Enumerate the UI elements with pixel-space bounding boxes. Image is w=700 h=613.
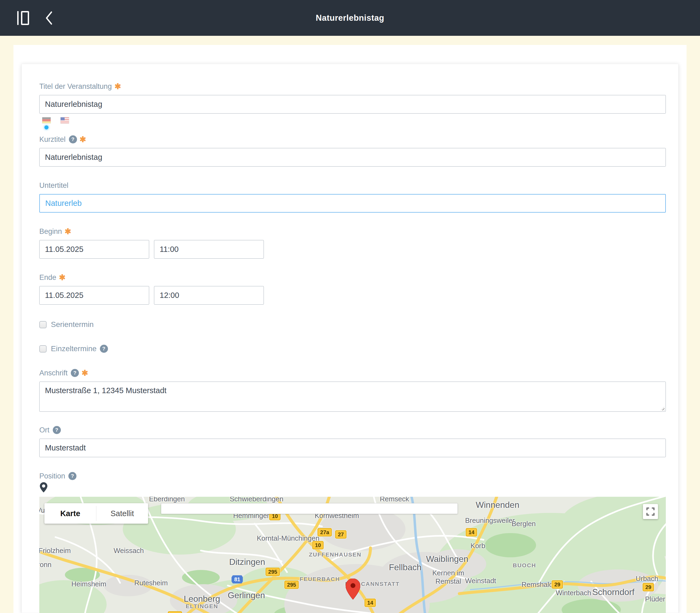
map-marker-pin[interactable]: [346, 578, 360, 601]
beginn-label: Beginn: [39, 227, 62, 236]
map-label: BUOCH: [513, 562, 536, 569]
titel-input[interactable]: [39, 95, 666, 114]
map-label: ZUFFENHAUSEN: [309, 551, 361, 558]
map-label: Berglen: [511, 520, 536, 528]
map-label: 29: [642, 583, 654, 591]
map-label: Schwieberdingen: [230, 497, 283, 503]
map-label: Remseck: [380, 497, 409, 503]
map-label: Winnenden: [476, 500, 519, 510]
map-type-control: Karte Satellit: [44, 503, 148, 524]
map-label: Ditzingen: [229, 557, 265, 567]
map-search-input[interactable]: [161, 503, 458, 514]
form-card: Titel der Veranstaltung ✱ Kurztitel ?: [22, 64, 678, 613]
map-label: Weissach: [114, 547, 144, 555]
map-label: Gerlingen: [228, 590, 265, 600]
titel-label: Titel der Veranstaltung: [39, 82, 112, 91]
map-label: 10: [312, 541, 323, 549]
map-label: 27a: [317, 528, 332, 537]
header-bar: Naturerlebnistag: [0, 0, 700, 36]
help-icon[interactable]: ?: [100, 345, 108, 353]
map-label: Breuningsweiler: [465, 517, 515, 525]
untertitel-label: Untertitel: [39, 181, 68, 190]
map-label: ELTINGEN: [186, 603, 218, 610]
field-kurztitel: Kurztitel ? ✱: [39, 135, 666, 167]
field-untertitel: Untertitel: [39, 181, 666, 212]
required-asterisk: ✱: [114, 83, 121, 90]
field-ort: Ort ?: [39, 426, 666, 457]
page-title: Naturerlebnistag: [0, 0, 700, 36]
map-label: 295: [266, 568, 280, 576]
field-ende: Ende ✱: [39, 273, 666, 304]
map-label: Vu: [39, 506, 45, 514]
map-label: 295: [284, 581, 298, 589]
kurztitel-label: Kurztitel: [39, 135, 66, 144]
untertitel-input[interactable]: [39, 194, 666, 212]
language-switcher: [42, 117, 666, 123]
map-label: Urbach: [636, 575, 658, 583]
us-flag-icon[interactable]: [60, 117, 69, 123]
required-asterisk: ✱: [59, 274, 65, 282]
serientermin-checkbox[interactable]: [39, 321, 47, 328]
map-label: Plüderhausen: [645, 595, 666, 603]
help-icon[interactable]: ?: [69, 135, 77, 143]
map-label: Leonberg: [183, 594, 220, 604]
einzeltermine-label: Einzeltermine: [51, 344, 97, 353]
map-label: 29: [552, 581, 563, 589]
help-icon[interactable]: ?: [71, 369, 79, 377]
active-language-dot: [44, 126, 49, 129]
map-label: Rutesheim: [134, 579, 168, 587]
ende-time-input[interactable]: [154, 286, 264, 304]
german-flag-icon[interactable]: [42, 117, 51, 123]
map-label: Kernen im Remstal: [432, 569, 464, 586]
einzeltermine-row[interactable]: Einzeltermine ?: [39, 344, 666, 353]
help-icon[interactable]: ?: [53, 426, 61, 434]
position-label: Position: [39, 472, 65, 480]
event-form: Titel der Veranstaltung ✱ Kurztitel ?: [39, 82, 666, 613]
map-label: Heimsheim: [71, 580, 106, 588]
map-view-button[interactable]: Karte: [44, 503, 96, 524]
required-asterisk: ✱: [81, 369, 88, 377]
map-canvas[interactable]: EberdingenSchwieberdingenRemseckWinnende…: [39, 497, 666, 613]
map-label: 81: [231, 575, 243, 584]
map-label: Schorndorf: [592, 587, 635, 597]
map-label: Korb: [471, 542, 485, 550]
kurztitel-input[interactable]: [39, 148, 666, 167]
map-label: Winterbach: [556, 589, 591, 597]
anschrift-textarea[interactable]: Musterstraße 1, 12345 Musterstadt: [39, 381, 666, 412]
ende-date-input[interactable]: [39, 286, 149, 304]
us-flag-canton: [61, 117, 65, 120]
serientermin-row[interactable]: Serientermin: [39, 320, 666, 329]
map-label: Friolzheim: [39, 547, 71, 555]
map-label: Eberdingen: [149, 497, 185, 503]
beginn-date-input[interactable]: [39, 240, 149, 259]
fullscreen-button[interactable]: [643, 504, 658, 519]
field-beginn: Beginn ✱: [39, 227, 666, 259]
einzeltermine-checkbox[interactable]: [39, 345, 47, 353]
ort-label: Ort: [39, 426, 50, 434]
map-label: bronn: [39, 561, 51, 569]
serientermin-label: Serientermin: [51, 320, 94, 329]
app-screen: Naturerlebnistag Titel der Veranstaltung…: [0, 0, 700, 613]
ende-label: Ende: [39, 273, 56, 282]
map-label: Fellbach: [389, 562, 422, 572]
required-asterisk: ✱: [65, 228, 71, 235]
map-label: 14: [466, 528, 477, 537]
field-anschrift: Anschrift ? ✱ Musterstraße 1, 12345 Must…: [39, 368, 666, 413]
ort-input[interactable]: [39, 439, 666, 457]
map-label: FEUERBACH: [300, 576, 340, 582]
help-icon[interactable]: ?: [68, 472, 76, 480]
field-position: Position ?: [39, 471, 666, 613]
map-label: Waiblingen: [426, 554, 468, 564]
satellite-view-button[interactable]: Satellit: [97, 503, 148, 524]
anschrift-label: Anschrift: [39, 369, 67, 377]
content-panel: Titel der Veranstaltung ✱ Kurztitel ?: [13, 45, 687, 613]
map-label: Weinstadt: [465, 577, 496, 585]
map-label: 295: [168, 611, 182, 613]
required-asterisk: ✱: [80, 135, 86, 143]
field-titel: Titel der Veranstaltung ✱: [39, 82, 666, 129]
map-label: 14: [365, 599, 376, 607]
map-label: 27: [335, 530, 346, 539]
map-label: Korntal-Münchingen: [257, 534, 320, 543]
set-position-pin-icon[interactable]: [40, 482, 48, 494]
beginn-time-input[interactable]: [154, 240, 264, 259]
